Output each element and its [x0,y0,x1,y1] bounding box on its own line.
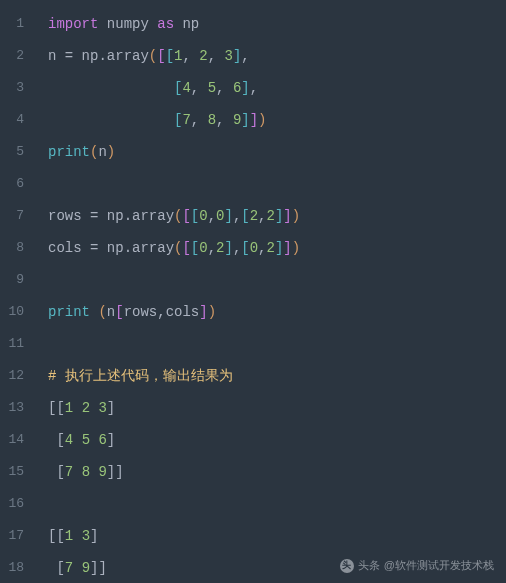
code-line: # 执行上述代码，输出结果为 [48,360,506,392]
line-number: 3 [0,72,38,104]
line-number: 14 [0,424,38,456]
code-line: [4, 5, 6], [48,72,506,104]
code-line [48,168,506,200]
code-editor: 123456789101112131415161718 import numpy… [0,0,506,583]
watermark-prefix: 头条 [358,558,380,573]
line-number: 15 [0,456,38,488]
line-number: 6 [0,168,38,200]
line-number: 16 [0,488,38,520]
code-line: rows = np.array([[0,0],[2,2]]) [48,200,506,232]
line-number-gutter: 123456789101112131415161718 [0,0,38,583]
line-number: 1 [0,8,38,40]
line-number: 12 [0,360,38,392]
code-line: [4 5 6] [48,424,506,456]
line-number: 18 [0,552,38,583]
line-number: 8 [0,232,38,264]
line-number: 10 [0,296,38,328]
code-line: n = np.array([[1, 2, 3], [48,40,506,72]
line-number: 11 [0,328,38,360]
watermark-icon: 头 [340,559,354,573]
code-line: cols = np.array([[0,2],[0,2]]) [48,232,506,264]
line-number: 13 [0,392,38,424]
code-line: print (n[rows,cols]) [48,296,506,328]
code-line: print(n) [48,136,506,168]
code-line: import numpy as np [48,8,506,40]
code-line [48,328,506,360]
watermark-text: @软件测试开发技术栈 [384,558,494,573]
line-number: 9 [0,264,38,296]
code-line: [7, 8, 9]]) [48,104,506,136]
code-line [48,488,506,520]
code-line: [[1 2 3] [48,392,506,424]
line-number: 4 [0,104,38,136]
code-line: [[1 3] [48,520,506,552]
watermark: 头 头条 @软件测试开发技术栈 [340,558,494,573]
line-number: 2 [0,40,38,72]
line-number: 17 [0,520,38,552]
line-number: 7 [0,200,38,232]
line-number: 5 [0,136,38,168]
code-line: [7 8 9]] [48,456,506,488]
code-content: import numpy as npn = np.array([[1, 2, 3… [38,0,506,583]
code-line [48,264,506,296]
